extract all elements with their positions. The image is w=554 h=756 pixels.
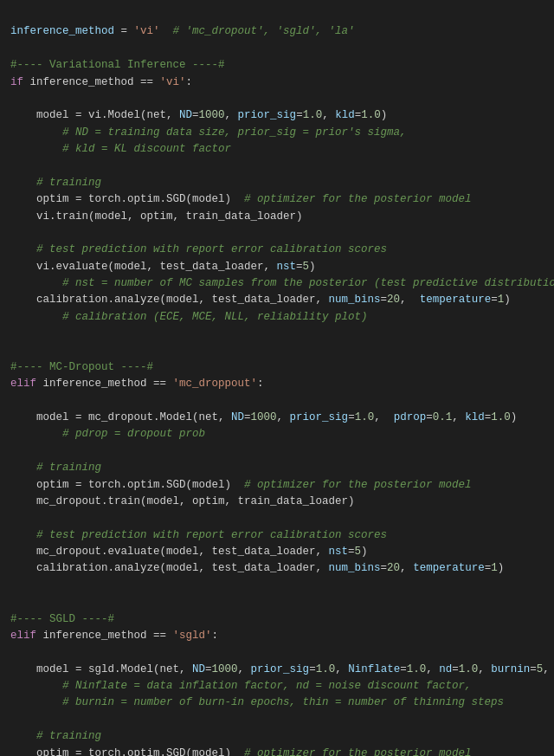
code-line: inference_method [10, 25, 114, 37]
code-content: inference_method = 'vi' # 'mc_dropout', … [10, 7, 544, 756]
